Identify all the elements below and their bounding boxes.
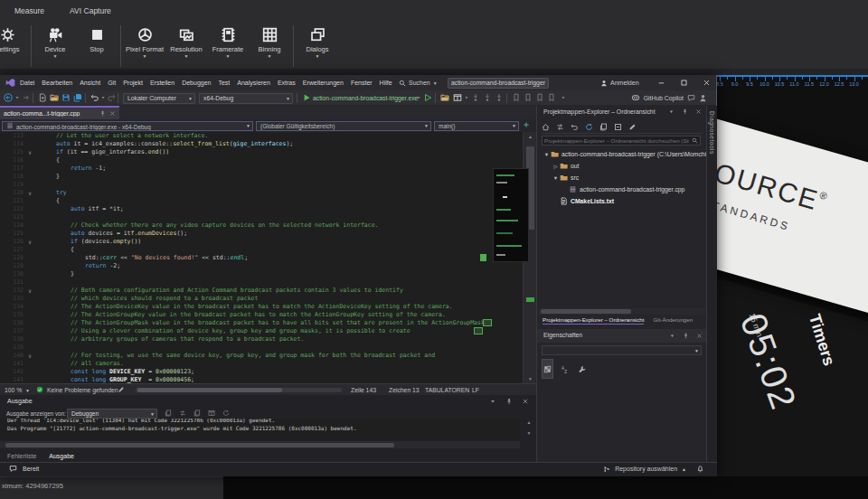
menu-fenster[interactable]: Fenster [351, 80, 373, 86]
menu-erstellen[interactable]: Erstellen [150, 80, 175, 86]
undo-icon[interactable] [571, 123, 579, 131]
quick-search[interactable]: Suchen ▼ [399, 75, 438, 90]
bell-icon[interactable] [696, 465, 704, 473]
cam-button-resolution[interactable]: Resolution▼ [165, 24, 207, 58]
start-without-debugging-icon[interactable] [423, 93, 432, 102]
code-line[interactable]: 114auto it = ic4_examples::console::sele… [0, 140, 523, 148]
code-line[interactable]: 120∨try [0, 189, 523, 197]
open-folder-icon[interactable] [50, 93, 59, 102]
cam-button-settings[interactable]: Settings [0, 24, 28, 53]
close-icon[interactable] [695, 108, 702, 115]
code-line[interactable]: 122auto itf = *it; [0, 205, 523, 213]
menu-hilfe[interactable]: Hilfe [380, 80, 392, 86]
menu-bearbeiten[interactable]: Bearbeiten [42, 80, 72, 86]
code-line[interactable]: 142const long DEVICE_KEY = 0x00000123; [0, 368, 523, 376]
refresh-icon[interactable] [585, 123, 593, 131]
code-line[interactable]: 138// arbitrary groups of cameras that r… [0, 335, 523, 344]
code-line[interactable]: 115∨if (it == gige_interfaces.end()) [0, 148, 523, 156]
clear-all-icon[interactable] [165, 410, 172, 417]
tabs-indicator[interactable]: TABULATOREN [425, 387, 469, 393]
code-line[interactable]: 130} [0, 270, 523, 278]
side-tab-diagnostics[interactable]: Diagnosetools [706, 106, 717, 462]
code-editor[interactable]: 113// Let the user select a network inte… [0, 132, 523, 383]
cam-button-binning[interactable]: Binning▼ [249, 24, 290, 58]
plus-icon[interactable] [523, 121, 530, 128]
debug-target-dropdown[interactable]: Lokaler Computer▼ [123, 93, 195, 104]
search-input[interactable] [544, 137, 689, 145]
output-horizontal-scrollbar[interactable] [0, 441, 520, 448]
output-log[interactable]: Der Thread 'IC4:device_lost' (11304) hat… [0, 419, 520, 440]
categorized-button[interactable] [542, 359, 553, 379]
copy-output-icon[interactable] [193, 410, 201, 417]
close-icon[interactable] [522, 398, 529, 405]
column-indicator[interactable]: Zeichen 13 [389, 387, 420, 393]
code-line[interactable]: 123 [0, 213, 523, 221]
code-line[interactable]: 124// Check whether there are any video … [0, 221, 523, 230]
pencil-icon[interactable] [118, 386, 125, 393]
pin-icon[interactable] [682, 108, 688, 115]
collapse-all-icon[interactable] [614, 123, 622, 131]
code-line[interactable]: 143const long GROUP_KEY = 0x00000456; [0, 376, 523, 383]
code-line[interactable]: 125auto devices = itf.enumDevices(); [0, 230, 523, 238]
navigate-back-icon[interactable] [4, 93, 13, 102]
redo-icon[interactable] [107, 93, 116, 102]
code-line[interactable]: 129return -2; [0, 262, 523, 270]
menu-datei[interactable]: Datei [20, 80, 34, 86]
feedback-bubble-icon[interactable] [9, 465, 17, 473]
caret-down-icon[interactable] [668, 108, 675, 115]
close-icon[interactable] [109, 110, 116, 117]
bookmark-list-icon[interactable] [535, 93, 544, 102]
bookmark-prev-icon[interactable] [512, 93, 521, 102]
explorer-horizontal-scrollbar[interactable] [539, 308, 705, 315]
tree-expander-icon[interactable]: ▼ [542, 152, 551, 157]
window-split-icon[interactable] [453, 93, 462, 102]
code-line[interactable]: 135// The ActionGroupKey value in the br… [0, 311, 523, 319]
code-line[interactable]: 116{ [0, 156, 523, 165]
tree-item-action-command-broadcast-trigger[interactable]: ▼action-command-broadcast-trigger (C:\Us… [537, 148, 707, 160]
select-repository-button[interactable]: Repository auswählen [615, 466, 677, 472]
fold-arrow-icon[interactable]: ∨ [24, 238, 36, 246]
home-icon[interactable] [542, 123, 550, 131]
solution-explorer-search[interactable] [542, 136, 701, 146]
code-line[interactable]: 140∨// For testing, we use the same devi… [0, 352, 523, 360]
code-line[interactable]: 121{ [0, 197, 523, 205]
switch-views-icon[interactable] [556, 123, 564, 131]
feedback-bubble-icon[interactable] [9, 465, 17, 473]
cam-tab-avi-capture[interactable]: AVI Capture [70, 6, 111, 15]
sign-in-button[interactable]: Anmelden [600, 75, 639, 90]
tree-item-out[interactable]: ▷out [537, 160, 707, 172]
cam-tab-measure[interactable]: Measure [14, 6, 44, 15]
code-line[interactable]: 141// all cameras. [0, 360, 523, 368]
step-into-icon[interactable] [471, 93, 480, 102]
property-pages-button[interactable] [576, 359, 588, 379]
code-line[interactable]: 127{ [0, 246, 523, 254]
editor-horizontal-scrollbar[interactable] [136, 388, 342, 392]
columns-icon[interactable] [208, 410, 215, 417]
menu-debuggen[interactable]: Debuggen [182, 80, 211, 86]
project-dropdown[interactable]: ++action-command-broadcast-trigger.exe -… [2, 121, 253, 131]
close-icon[interactable] [109, 110, 116, 117]
problems-status[interactable]: Keine Probleme gefunden [47, 387, 118, 393]
menu-test[interactable]: Test [218, 80, 230, 86]
undo-icon[interactable] [90, 93, 99, 102]
scope-dropdown[interactable]: (Globaler Gültigkeitsbereich) ▼ [256, 121, 431, 131]
code-line[interactable]: 133// which devices should respond to a … [0, 295, 523, 303]
scroll-down-icon[interactable]: ▼ [524, 376, 537, 381]
pin-icon[interactable] [505, 398, 513, 405]
caret-down-icon[interactable] [489, 398, 496, 405]
tree-item-cmakelists-txt[interactable]: CMakeLists.txt [537, 195, 707, 207]
github-copilot-button[interactable]: GitHub Copilot [631, 93, 707, 102]
tree-item-src[interactable]: ▼src [537, 172, 707, 184]
pin-icon[interactable] [683, 333, 689, 339]
code-line[interactable]: 118} [0, 173, 523, 181]
minimize-icon[interactable] [657, 79, 665, 87]
start-debugging-icon[interactable] [302, 93, 311, 102]
pin-icon[interactable] [99, 110, 106, 117]
tree-expander-icon[interactable]: ▷ [552, 164, 560, 169]
code-line[interactable]: 139 [0, 344, 523, 352]
code-line[interactable]: 119 [0, 181, 523, 189]
code-line[interactable]: 131 [0, 278, 523, 287]
menu-analysieren[interactable]: Analysieren [237, 80, 270, 86]
open-folder-icon[interactable] [440, 93, 449, 102]
menu-git[interactable]: Git [108, 80, 116, 86]
